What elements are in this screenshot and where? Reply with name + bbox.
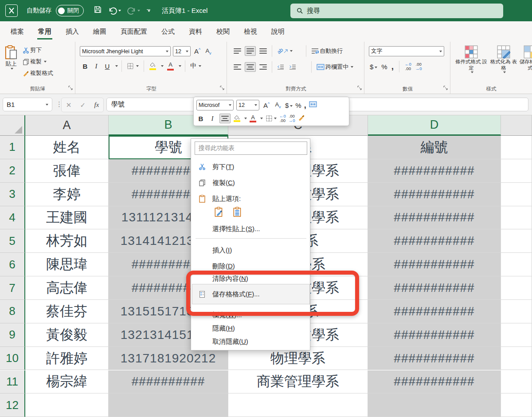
cell-E9[interactable] <box>501 323 532 347</box>
merge-center-button[interactable]: 跨欄置中 <box>315 62 355 72</box>
mini-increase-decimal-button[interactable]: ←0.00 <box>279 114 286 123</box>
ribbon-tab-6[interactable]: 資料 <box>183 23 208 40</box>
ribbon-tab-7[interactable]: 校閱 <box>210 23 236 40</box>
menu-item-paste-special[interactable]: 選擇性貼上(S)... <box>191 221 311 236</box>
mini-bold-button[interactable]: B <box>196 115 205 122</box>
cell-A5[interactable]: 林芳如 <box>25 229 109 253</box>
mini-align-center-button[interactable] <box>219 114 231 123</box>
enter-button[interactable]: ✓ <box>80 101 86 109</box>
align-center-button[interactable] <box>245 62 256 72</box>
cell-D7[interactable]: ########### <box>368 276 501 300</box>
font-size-select[interactable]: 12 <box>173 46 191 56</box>
font-color-button[interactable]: A <box>166 61 175 71</box>
ribbon-tab-9[interactable]: 說明 <box>265 23 291 40</box>
decrease-decimal-button[interactable]: .00→0 <box>415 62 422 71</box>
search-bar[interactable]: 搜尋 <box>290 4 503 18</box>
clipboard-dialog-launcher[interactable] <box>68 84 73 92</box>
cell-E1[interactable] <box>501 136 532 159</box>
cell-D1[interactable]: 編號 <box>368 136 501 159</box>
mini-format-painter-button[interactable] <box>298 114 305 123</box>
align-top-button[interactable] <box>232 47 243 55</box>
paste-special-brush-icon[interactable] <box>212 205 226 219</box>
cell-D11[interactable]: ########### <box>368 370 501 394</box>
context-menu-search-input[interactable]: 搜尋此功能表 <box>195 142 307 155</box>
mini-shrink-font-button[interactable]: Av <box>274 101 282 109</box>
ribbon-tab-4[interactable]: 頁面配置 <box>114 23 153 40</box>
row-header-7[interactable]: 7 <box>0 276 25 300</box>
cell-D3[interactable]: ########### <box>368 183 501 206</box>
row-header-6[interactable]: 6 <box>0 253 25 276</box>
cell-A8[interactable]: 蔡佳芬 <box>25 300 109 323</box>
cell-A10[interactable]: 許雅婷 <box>25 347 109 370</box>
cell-E8[interactable] <box>501 300 532 323</box>
bold-button[interactable]: B <box>81 63 90 70</box>
cell-styles-button[interactable]: 儲存格 樣式 <box>519 45 532 71</box>
copy-button[interactable]: 複製 <box>21 57 55 67</box>
cell-B12[interactable] <box>109 393 228 417</box>
cell-D10[interactable]: ########### <box>368 347 501 370</box>
conditional-formatting-button[interactable]: 條件式格式 設定 <box>454 45 489 73</box>
row-header-1[interactable]: 1 <box>0 136 25 159</box>
cell-A9[interactable]: 黃俊毅 <box>25 323 109 347</box>
cell-E11[interactable] <box>501 370 532 394</box>
cell-A6[interactable]: 陳思瑋 <box>25 253 109 276</box>
cell-B11[interactable]: ########## <box>109 370 228 394</box>
row-header-5[interactable]: 5 <box>0 229 25 253</box>
mini-currency-button[interactable]: $ <box>285 102 293 109</box>
cell-D2[interactable]: ########### <box>368 159 501 183</box>
increase-indent-button[interactable] <box>288 63 297 71</box>
grow-font-button[interactable]: A^ <box>193 47 202 55</box>
align-middle-button[interactable] <box>245 46 256 56</box>
ribbon-tab-0[interactable]: 檔案 <box>4 23 30 40</box>
mini-borders-button[interactable] <box>266 115 277 122</box>
cell-D5[interactable]: ########### <box>368 229 501 253</box>
row-header-2[interactable]: 2 <box>0 159 25 183</box>
redo-button[interactable] <box>127 7 140 15</box>
cell-D12[interactable] <box>368 393 501 417</box>
mini-comma-button[interactable]: , <box>304 101 306 110</box>
mini-italic-button[interactable]: I <box>208 115 217 122</box>
row-header-8[interactable]: 8 <box>0 300 25 323</box>
row-header-11[interactable]: 11 <box>0 370 25 394</box>
row-header-12[interactable]: 12 <box>0 393 25 417</box>
ribbon-tab-8[interactable]: 檢視 <box>238 23 263 40</box>
wrap-text-button[interactable]: 自動換行 <box>310 46 344 56</box>
mini-decrease-decimal-button[interactable]: .00→0 <box>289 114 295 123</box>
mini-grow-font-button[interactable]: A^ <box>262 102 271 109</box>
cell-A12[interactable] <box>25 393 109 417</box>
shrink-font-button[interactable]: Av <box>204 47 213 55</box>
underline-button[interactable]: U <box>103 63 112 70</box>
ribbon-tab-2[interactable]: 插入 <box>59 23 85 40</box>
paste-button[interactable]: 貼上 <box>4 45 18 78</box>
cell-E7[interactable] <box>501 276 532 300</box>
cut-button[interactable]: 剪下 <box>21 45 55 55</box>
row-header-4[interactable]: 4 <box>0 206 25 230</box>
mini-percent-button[interactable]: % <box>295 102 301 109</box>
menu-item-hide[interactable]: 隱藏(H) <box>191 321 311 336</box>
column-header-d[interactable]: D <box>368 115 501 136</box>
mini-merge-center-button[interactable] <box>309 101 317 109</box>
mini-font-color-button[interactable]: A <box>250 114 256 122</box>
align-right-button[interactable] <box>258 63 268 71</box>
alignment-dialog-launcher[interactable] <box>357 84 362 92</box>
menu-item-insert[interactable]: 插入(I) <box>191 243 311 258</box>
menu-item-unhide[interactable]: 取消隱藏(U) <box>191 334 311 349</box>
cell-E4[interactable] <box>501 206 532 230</box>
cancel-button[interactable]: ✕ <box>66 101 72 109</box>
format-painter-button[interactable]: 複製格式 <box>21 68 55 78</box>
excel-app-icon[interactable] <box>5 4 18 17</box>
number-format-select[interactable]: 文字 <box>369 46 444 56</box>
paste-values-icon[interactable] <box>231 205 244 219</box>
cell-D6[interactable]: ########### <box>368 253 501 276</box>
cell-D9[interactable]: ########### <box>368 323 501 347</box>
mini-font-name-select[interactable]: Microsof <box>196 100 234 110</box>
row-header-3[interactable]: 3 <box>0 183 25 206</box>
font-dialog-launcher[interactable] <box>220 84 224 92</box>
borders-button[interactable] <box>125 62 140 71</box>
column-header-e[interactable] <box>501 115 532 136</box>
insert-function-button[interactable]: fx <box>94 101 99 109</box>
number-dialog-launcher[interactable] <box>443 84 448 92</box>
cell-E5[interactable] <box>501 229 532 253</box>
cell-E2[interactable] <box>501 159 532 183</box>
phonetic-guide-button[interactable]: 中 <box>189 61 203 71</box>
